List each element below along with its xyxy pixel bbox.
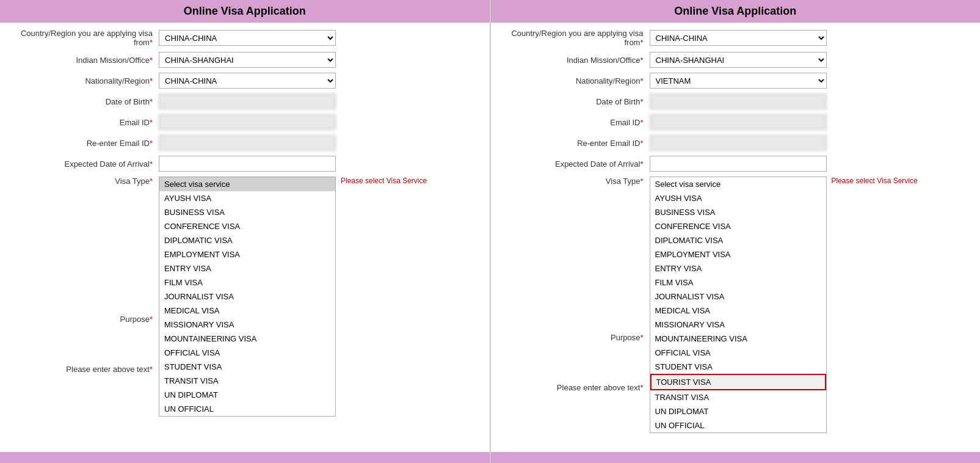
right-visa-row: Visa Type* Select visa service Select vi… bbox=[503, 177, 968, 192]
left-captcha-label: Please enter above text* bbox=[12, 365, 159, 374]
right-arrival-input[interactable]: 01/08/2024 bbox=[650, 156, 827, 172]
list-item[interactable]: UN DIPLOMAT bbox=[650, 404, 826, 418]
right-captcha-label: Please enter above text* bbox=[503, 383, 650, 392]
right-visa-label: Visa Type* bbox=[503, 177, 650, 186]
right-dob-input[interactable] bbox=[650, 93, 827, 109]
list-item[interactable]: CONFERENCE VISA bbox=[650, 219, 826, 233]
left-reemail-input[interactable] bbox=[159, 135, 336, 151]
left-email-label: Email ID* bbox=[12, 118, 159, 127]
list-item[interactable]: JOURNALIST VISA bbox=[159, 290, 335, 304]
left-country-row: Country/Region you are applying visa fro… bbox=[12, 29, 477, 47]
list-item[interactable]: ENTRY VISA bbox=[159, 261, 335, 275]
list-item[interactable]: BUSINESS VISA bbox=[159, 205, 335, 219]
left-visa-validation: Please select Visa Service bbox=[341, 177, 427, 185]
left-panel-footer bbox=[0, 452, 490, 463]
list-item[interactable]: UN OFFICIAL bbox=[159, 402, 335, 416]
right-arrival-row: Expected Date of Arrival* 01/08/2024 bbox=[503, 156, 968, 172]
left-panel: Online Visa Application Country/Region y… bbox=[0, 0, 490, 463]
list-item[interactable]: UN DIPLOMAT bbox=[159, 388, 335, 402]
list-item[interactable]: Select visa service bbox=[159, 177, 335, 191]
right-nationality-row: Nationality/Region* VIETNAM bbox=[503, 73, 968, 89]
list-item[interactable]: CONFERENCE VISA bbox=[159, 219, 335, 233]
left-nationality-row: Nationality/Region* CHINA-CHINA bbox=[12, 73, 477, 89]
right-dob-row: Date of Birth* bbox=[503, 93, 968, 109]
list-item[interactable]: JOURNALIST VISA bbox=[650, 290, 826, 304]
list-item[interactable]: MEDICAL VISA bbox=[650, 304, 826, 318]
right-visa-validation: Please select Visa Service bbox=[832, 177, 918, 185]
list-item[interactable]: TRANSIT VISA bbox=[650, 390, 826, 404]
left-nationality-select[interactable]: CHINA-CHINA bbox=[159, 73, 336, 89]
right-visa-dropdown-list: Select visa service AYUSH VISA BUSINESS … bbox=[650, 177, 827, 433]
list-item[interactable]: TRANSIT VISA bbox=[159, 374, 335, 388]
list-item[interactable]: DIPLOMATIC VISA bbox=[650, 233, 826, 247]
right-panel: Online Visa Application Country/Region y… bbox=[491, 0, 981, 463]
list-item[interactable]: MISSIONARY VISA bbox=[159, 318, 335, 332]
right-panel-title: Online Visa Application bbox=[491, 0, 981, 23]
left-panel-title: Online Visa Application bbox=[0, 0, 490, 23]
list-item[interactable]: MISSIONARY VISA bbox=[650, 318, 826, 332]
right-purpose-label: Purpose* bbox=[503, 333, 650, 342]
list-item[interactable]: MOUNTAINEERING VISA bbox=[650, 332, 826, 346]
list-item[interactable]: EMPLOYMENT VISA bbox=[159, 247, 335, 261]
left-mission-label: Indian Mission/Office* bbox=[12, 56, 159, 65]
list-item[interactable]: UN OFFICIAL bbox=[650, 418, 826, 432]
right-email-row: Email ID* bbox=[503, 114, 968, 130]
left-dob-input[interactable] bbox=[159, 93, 336, 109]
list-item[interactable]: OFFICIAL VISA bbox=[159, 346, 335, 360]
left-dob-row: Date of Birth* bbox=[12, 93, 477, 109]
list-item[interactable]: AYUSH VISA bbox=[159, 191, 335, 205]
list-item[interactable]: OFFICIAL VISA bbox=[650, 346, 826, 360]
left-arrival-row: Expected Date of Arrival* 01/08/2024 bbox=[12, 156, 477, 172]
right-email-label: Email ID* bbox=[503, 118, 650, 127]
list-item[interactable]: ENTRY VISA bbox=[650, 261, 826, 275]
list-item[interactable]: FILM VISA bbox=[159, 275, 335, 290]
right-reemail-row: Re-enter Email ID* bbox=[503, 135, 968, 151]
left-dob-label: Date of Birth* bbox=[12, 97, 159, 106]
left-arrival-input[interactable]: 01/08/2024 bbox=[159, 156, 336, 172]
list-item[interactable]: STUDENT VISA bbox=[650, 360, 826, 374]
right-mission-select[interactable]: CHINA-SHANGHAI bbox=[650, 52, 827, 68]
left-arrival-label: Expected Date of Arrival* bbox=[12, 159, 159, 169]
right-country-label: Country/Region you are applying visa fro… bbox=[503, 29, 650, 47]
list-item[interactable]: MOUNTAINEERING VISA bbox=[159, 332, 335, 346]
left-country-select[interactable]: CHINA-CHINA bbox=[159, 30, 336, 46]
left-visa-row: Visa Type* Select visa service Select vi… bbox=[12, 177, 477, 192]
list-item[interactable]: STUDENT VISA bbox=[159, 360, 335, 374]
left-visa-label: Visa Type* bbox=[12, 177, 159, 186]
right-email-input[interactable] bbox=[650, 114, 827, 130]
right-reemail-input[interactable] bbox=[650, 135, 827, 151]
list-item[interactable]: Select visa service bbox=[650, 177, 826, 191]
left-mission-row: Indian Mission/Office* CHINA-SHANGHAI bbox=[12, 52, 477, 68]
right-dob-label: Date of Birth* bbox=[503, 97, 650, 106]
left-mission-select[interactable]: CHINA-SHANGHAI bbox=[159, 52, 336, 68]
right-arrival-label: Expected Date of Arrival* bbox=[503, 159, 650, 169]
list-item[interactable]: DIPLOMATIC VISA bbox=[159, 233, 335, 247]
left-country-label: Country/Region you are applying visa fro… bbox=[12, 29, 159, 47]
left-reemail-label: Re-enter Email ID* bbox=[12, 139, 159, 148]
list-item-tourist-visa[interactable]: TOURIST VISA bbox=[650, 374, 826, 390]
left-visa-dropdown-list: Select visa service AYUSH VISA BUSINESS … bbox=[159, 177, 336, 417]
right-mission-label: Indian Mission/Office* bbox=[503, 56, 650, 65]
right-nationality-select[interactable]: VIETNAM bbox=[650, 73, 827, 89]
list-item[interactable]: AYUSH VISA bbox=[650, 191, 826, 205]
left-nationality-label: Nationality/Region* bbox=[12, 76, 159, 86]
right-country-row: Country/Region you are applying visa fro… bbox=[503, 29, 968, 47]
right-reemail-label: Re-enter Email ID* bbox=[503, 139, 650, 148]
right-mission-row: Indian Mission/Office* CHINA-SHANGHAI bbox=[503, 52, 968, 68]
left-visa-dropdown-wrapper: Select visa service Select visa service … bbox=[159, 177, 336, 192]
list-item[interactable]: BUSINESS VISA bbox=[650, 205, 826, 219]
left-form-area: Country/Region you are applying visa fro… bbox=[0, 23, 490, 452]
right-panel-footer bbox=[491, 452, 981, 463]
left-purpose-label: Purpose* bbox=[12, 315, 159, 324]
list-item[interactable]: MEDICAL VISA bbox=[159, 304, 335, 318]
list-item[interactable]: FILM VISA bbox=[650, 275, 826, 290]
left-email-row: Email ID* bbox=[12, 114, 477, 130]
left-email-input[interactable] bbox=[159, 114, 336, 130]
right-nationality-label: Nationality/Region* bbox=[503, 76, 650, 86]
left-reemail-row: Re-enter Email ID* bbox=[12, 135, 477, 151]
right-form-area: Country/Region you are applying visa fro… bbox=[491, 23, 981, 452]
right-country-select[interactable]: CHINA-CHINA bbox=[650, 30, 827, 46]
list-item[interactable]: EMPLOYMENT VISA bbox=[650, 247, 826, 261]
right-visa-dropdown-wrapper: Select visa service Select visa service … bbox=[650, 177, 827, 192]
